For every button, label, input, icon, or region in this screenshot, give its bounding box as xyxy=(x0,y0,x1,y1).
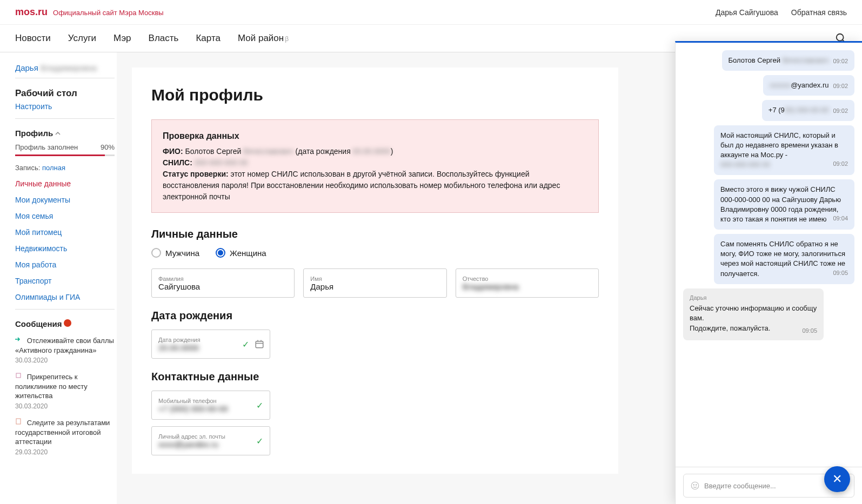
sidebar-configure[interactable]: Настроить xyxy=(15,102,115,111)
header-top: mos.ru Официальный сайт Мэра Москвы Дарь… xyxy=(0,0,862,25)
brand[interactable]: mos.ru Официальный сайт Мэра Москвы xyxy=(15,6,164,18)
check-icon: ✓ xyxy=(242,339,249,350)
chat-messages[interactable]: Болотов Сергей Вячеславович 09:02 xxxxxx… xyxy=(676,43,862,467)
check-icon: ✓ xyxy=(256,400,263,411)
chat-bubble-user: Мой настоящий СНИЛС, который и был до не… xyxy=(714,125,854,176)
chat-panel: Болотов Сергей Вячеславович 09:02 xxxxxx… xyxy=(675,41,862,504)
record-value[interactable]: полная xyxy=(42,164,65,172)
verification-alert: Проверка данных ФИО: Болотов Сергей Вяче… xyxy=(151,119,599,213)
gender-radios: Мужчина Женщина xyxy=(151,248,599,258)
radio-icon xyxy=(151,248,161,258)
svg-point-0 xyxy=(837,34,844,41)
surname-field[interactable]: Фамилия Сайгушова xyxy=(151,268,295,298)
sidebar-item-property[interactable]: Недвижимость xyxy=(15,244,115,253)
dob-section-heading: Дата рождения xyxy=(151,310,599,322)
sidebar-user[interactable]: Дарья Владимировна xyxy=(15,63,115,72)
divider xyxy=(15,309,115,310)
gender-male-radio[interactable]: Мужчина xyxy=(151,248,199,258)
svg-rect-3 xyxy=(16,419,21,424)
svg-rect-2 xyxy=(16,373,21,378)
divider xyxy=(15,78,115,78)
nav-item-mayor[interactable]: Мэр xyxy=(113,33,131,44)
brand-logo: mos.ru xyxy=(15,6,48,18)
chevron-up-icon xyxy=(55,131,61,136)
sidebar-item-transport[interactable]: Транспорт xyxy=(15,277,115,285)
sidebar: Дарья Владимировна Рабочий стол Настроит… xyxy=(0,52,117,504)
svg-rect-4 xyxy=(256,341,263,348)
check-icon: ✓ xyxy=(256,436,263,446)
divider xyxy=(15,118,115,119)
contact-section-heading: Контактные данные xyxy=(151,371,599,383)
sidebar-desktop-heading: Рабочий стол xyxy=(15,88,115,99)
message-item[interactable]: Следите за результатами государственной … xyxy=(15,418,115,456)
nav-item-district[interactable]: Мой районβ xyxy=(238,33,289,44)
gender-female-radio[interactable]: Женщина xyxy=(216,248,266,258)
brand-tagline: Официальный сайт Мэра Москвы xyxy=(53,9,164,17)
dob-field[interactable]: Дата рождения 20.00.0000 ✓ xyxy=(151,330,270,359)
chat-bubble-user: +7 (900) 000-00-00 09:02 xyxy=(762,100,854,120)
alert-heading: Проверка данных xyxy=(163,130,587,143)
messages-badge-icon xyxy=(64,319,71,327)
email-field[interactable]: Личный адрес эл. почты xxxx@yandex.ru ✓ xyxy=(151,426,270,455)
alert-fio-row: ФИО: Болотов Сергей Вячеславович (дата р… xyxy=(163,146,587,157)
calendar-icon[interactable] xyxy=(255,339,264,349)
radio-icon xyxy=(216,248,225,258)
phone-field[interactable]: Мобильный телефон +7 (000) 000-00-00 ✓ xyxy=(151,391,270,420)
name-fields-row: Фамилия Сайгушова Имя Дарья Отчество Вла… xyxy=(151,268,599,298)
clinic-icon xyxy=(15,372,23,380)
chat-bubble-user: Вместо этого я вижу чужой СНИЛС 000-000-… xyxy=(714,179,854,230)
nav-item-map[interactable]: Карта xyxy=(196,33,220,44)
chat-bubble-agent: Дарья Сейчас уточню информацию и сообщу … xyxy=(683,288,824,340)
alert-status-row: Статус проверки: этот номер СНИЛС исполь… xyxy=(163,169,587,203)
header-feedback[interactable]: Обратная связь xyxy=(791,8,847,17)
chat-bubble-user: xxxxxx@yandex.ru 09:02 xyxy=(763,75,854,96)
sidebar-item-olympiads[interactable]: Олимпиады и ГИА xyxy=(15,293,115,301)
header-links: Дарья Сайгушова Обратная связь xyxy=(716,8,847,17)
sidebar-item-personal[interactable]: Личные данные xyxy=(15,179,115,188)
chat-close-fab[interactable]: ✕ xyxy=(824,466,850,492)
patronymic-field[interactable]: Отчество Владимировна xyxy=(456,268,599,298)
close-icon: ✕ xyxy=(832,472,842,486)
beta-badge: β xyxy=(285,35,289,43)
svg-point-10 xyxy=(696,485,697,486)
chat-bubble-user: Сам поменять СНИЛС обратно я не могу, ФИ… xyxy=(714,234,854,284)
page-title: Мой профиль xyxy=(151,86,599,104)
message-item[interactable]: Отслеживайте свои баллы «Активного гражд… xyxy=(15,336,115,365)
chat-bubble-user: Болотов Сергей Вячеславович 09:02 xyxy=(722,50,854,71)
svg-point-9 xyxy=(693,485,694,486)
document-icon xyxy=(15,418,23,426)
personal-section-heading: Личные данные xyxy=(151,228,599,240)
sidebar-item-job[interactable]: Моя работа xyxy=(15,260,115,269)
svg-point-8 xyxy=(691,482,699,489)
sidebar-profile-heading[interactable]: Профиль xyxy=(15,129,115,138)
profile-progress: Профиль заполнен 90% xyxy=(15,143,115,151)
progress-bar xyxy=(15,154,115,156)
sidebar-item-documents[interactable]: Мои документы xyxy=(15,196,115,204)
nav-item-services[interactable]: Услуги xyxy=(68,33,96,44)
sidebar-item-family[interactable]: Моя семья xyxy=(15,212,115,220)
record-row: Запись: полная xyxy=(15,164,115,172)
nav-item-news[interactable]: Новости xyxy=(15,33,51,44)
nav-item-gov[interactable]: Власть xyxy=(149,33,179,44)
name-field[interactable]: Имя Дарья xyxy=(303,268,446,298)
message-item[interactable]: Прикрепитесь к поликлинике по месту жите… xyxy=(15,372,115,411)
emoji-icon[interactable] xyxy=(690,481,700,490)
sidebar-messages-heading[interactable]: Сообщения xyxy=(15,319,115,328)
header-user[interactable]: Дарья Сайгушова xyxy=(716,8,778,17)
sidebar-item-pet[interactable]: Мой питомец xyxy=(15,228,115,237)
arrow-icon xyxy=(15,336,23,344)
alert-snils-row: СНИЛС: 000-000-000 00 xyxy=(163,157,587,169)
profile-card: Мой профиль Проверка данных ФИО: Болотов… xyxy=(132,68,618,474)
